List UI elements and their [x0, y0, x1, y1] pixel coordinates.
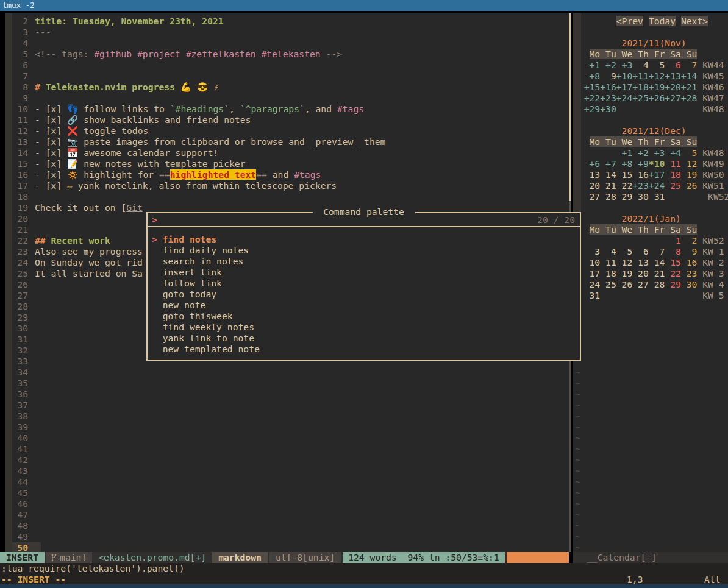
- text-segment[interactable]: 13 14 15 16: [584, 169, 649, 180]
- text-segment[interactable]: +6 +7 +8 +9: [584, 158, 649, 169]
- text-segment[interactable]: 24 25 26 27 28: [584, 279, 665, 289]
- text-segment[interactable]: +1 +2 +3: [584, 60, 633, 70]
- trouble-indicator[interactable]: ≡ [11]tra…: [507, 552, 569, 563]
- editor-line[interactable]: 30: [12, 323, 35, 334]
- editor-line[interactable]: 15- [x] 📝 new notes with template picker: [12, 158, 246, 169]
- editor-line[interactable]: 4: [12, 38, 35, 49]
- today-cell[interactable]: *10: [649, 158, 665, 169]
- text-segment[interactable]: 26: [681, 180, 698, 191]
- palette-item[interactable]: insert link: [148, 267, 580, 278]
- palette-item[interactable]: new note: [148, 300, 580, 311]
- editor-line[interactable]: 18: [12, 191, 35, 202]
- editor-line[interactable]: 26: [12, 279, 35, 290]
- palette-item[interactable]: find daily notes: [148, 245, 580, 256]
- next-button[interactable]: Next>: [681, 16, 708, 26]
- text-segment[interactable]: 2: [681, 235, 698, 246]
- text-segment[interactable]: +15+16+17+18+19+20+21: [584, 82, 698, 92]
- text-segment[interactable]: 23: [681, 268, 698, 278]
- editor-line[interactable]: 34: [12, 367, 35, 378]
- editor-line[interactable]: 14- [x] 📅 awesome calendar support!: [12, 147, 218, 158]
- editor-line[interactable]: 38: [12, 411, 35, 422]
- left-scrollbar[interactable]: [5, 13, 12, 552]
- editor-line[interactable]: 33: [12, 356, 35, 367]
- text-segment[interactable]: +23+24: [632, 180, 665, 191]
- text-segment[interactable]: +29+30: [584, 104, 616, 114]
- palette-item[interactable]: goto today: [148, 289, 580, 300]
- text-segment[interactable]: 19: [681, 169, 698, 180]
- editor-line[interactable]: 17- [x] ✏ yank notelink, also from wthin…: [12, 180, 337, 191]
- text-segment[interactable]: 9: [600, 71, 616, 81]
- text-segment[interactable]: +10+11+12+13+14: [616, 71, 698, 81]
- editor-line[interactable]: 31: [12, 334, 35, 345]
- palette-prompt-input[interactable]: > 20 / 20: [148, 213, 580, 226]
- text-segment[interactable]: 31: [584, 290, 601, 300]
- text-segment[interactable]: 16: [681, 257, 698, 267]
- editor-line[interactable]: 36: [12, 389, 35, 400]
- editor-line[interactable]: 48: [12, 520, 35, 531]
- calendar-window[interactable]: <Prev Today Next> 2021/11(Nov) Mo Tu We …: [573, 13, 728, 552]
- editor-line[interactable]: 50: [12, 542, 35, 552]
- text-segment[interactable]: 25: [665, 180, 681, 191]
- editor-line[interactable]: 19Check it out on [Git: [12, 202, 143, 213]
- text-segment[interactable]: 6: [665, 60, 681, 70]
- editor-line[interactable]: 24On Sunday we got rid: [12, 257, 143, 268]
- text-segment[interactable]: +17: [649, 169, 665, 180]
- editor-line[interactable]: 16- [x] 🔅 highlight for ==highlighted te…: [12, 169, 321, 180]
- editor-line[interactable]: 9: [12, 93, 35, 104]
- palette-item[interactable]: follow link: [148, 278, 580, 289]
- palette-item[interactable]: > find notes: [148, 234, 580, 245]
- text-segment[interactable]: 12: [681, 158, 698, 169]
- editor-line[interactable]: 25It all started on Sa: [12, 268, 143, 279]
- editor-line[interactable]: 45: [12, 487, 35, 498]
- editor-line[interactable]: 42: [12, 455, 35, 466]
- text-segment[interactable]: 1: [665, 235, 681, 246]
- editor-line[interactable]: 22## Recent work: [12, 235, 110, 246]
- editor-line[interactable]: 47: [12, 509, 35, 520]
- editor-line[interactable]: 46: [12, 498, 35, 509]
- text-segment[interactable]: 29: [665, 279, 681, 289]
- text-segment[interactable]: +1 +2 +3 +4: [616, 147, 681, 158]
- editor-line[interactable]: 39: [12, 422, 35, 433]
- text-segment[interactable]: 3 4 5 6 7: [584, 246, 665, 257]
- editor-line[interactable]: 49: [12, 531, 35, 542]
- editor-line[interactable]: 44: [12, 476, 35, 487]
- palette-item[interactable]: search in notes: [148, 256, 580, 267]
- text-segment[interactable]: 22: [665, 268, 681, 278]
- editor-line[interactable]: 28: [12, 301, 35, 312]
- editor-line[interactable]: 8# Telekasten.nvim progress 💪 😎 ⚡: [12, 82, 219, 93]
- editor-line[interactable]: 6: [12, 60, 35, 71]
- editor-line[interactable]: 5<!-- tags: #github #project #zettelkast…: [12, 49, 342, 60]
- editor-line[interactable]: 41: [12, 444, 35, 455]
- editor-line[interactable]: 10- [x] 👣 follow links to `#headings`, `…: [12, 104, 364, 115]
- text-segment[interactable]: 27 28 29 30 31: [584, 191, 665, 202]
- editor-line[interactable]: 23Also see my progress: [12, 246, 143, 257]
- editor-line[interactable]: 29: [12, 312, 35, 323]
- text-segment[interactable]: +22+23+24+25+26+27+28: [584, 93, 698, 103]
- editor-line[interactable]: 21: [12, 224, 35, 235]
- editor-line[interactable]: 32: [12, 345, 35, 356]
- text-segment[interactable]: 11: [665, 158, 681, 169]
- text-segment[interactable]: 17 18 19 20 21: [584, 268, 665, 278]
- editor-line[interactable]: 37: [12, 400, 35, 411]
- editor-line[interactable]: 35: [12, 378, 35, 389]
- text-segment[interactable]: 5: [681, 147, 698, 158]
- palette-item[interactable]: yank link to note: [148, 333, 580, 344]
- palette-item[interactable]: goto thisweek: [148, 311, 580, 322]
- text-segment[interactable]: 10 11 12 13 14: [584, 257, 665, 267]
- prev-button[interactable]: <Prev: [616, 16, 643, 26]
- editor-line[interactable]: 27: [12, 290, 35, 301]
- editor-line[interactable]: 12- [x] ❌ toggle todos: [12, 126, 148, 136]
- text-segment[interactable]: 18: [665, 169, 681, 180]
- text-segment[interactable]: 7: [681, 60, 698, 70]
- palette-item[interactable]: new templated note: [148, 344, 580, 355]
- palette-item[interactable]: find weekly notes: [148, 322, 580, 333]
- editor-line[interactable]: 2title: Tuesday, November 23th, 2021: [12, 16, 224, 27]
- text-segment[interactable]: 8: [665, 246, 681, 257]
- text-segment[interactable]: 4 5: [632, 60, 665, 70]
- text-segment[interactable]: +8: [584, 71, 601, 81]
- text-segment[interactable]: 20 21 22: [584, 180, 633, 191]
- editor-line[interactable]: 20: [12, 213, 35, 224]
- text-segment[interactable]: 15: [665, 257, 681, 267]
- command-line[interactable]: :lua require('telekasten').panel(): [0, 563, 728, 574]
- editor-line[interactable]: 3---: [12, 27, 51, 38]
